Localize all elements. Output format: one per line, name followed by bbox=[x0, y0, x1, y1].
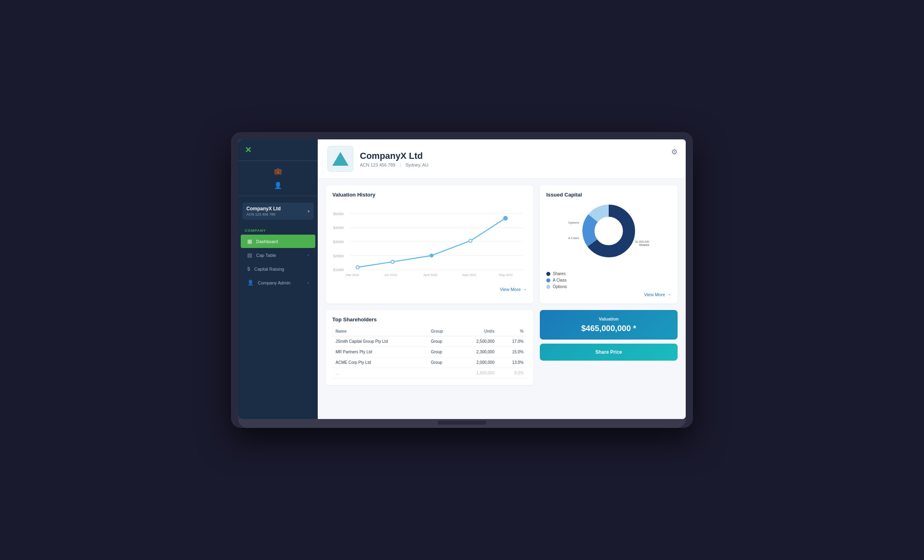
legend-shares: Shares bbox=[546, 271, 671, 276]
sidebar: ✕ 💼 👤 CompanyX Ltd ACN 123 456 789 ▾ COM… bbox=[238, 139, 318, 419]
donut-legend: Shares A Class Options bbox=[546, 271, 671, 289]
arrow-right-icon-2: → bbox=[667, 292, 671, 297]
dashboard-top-row: Valuation History $500M $400M $300M $200… bbox=[326, 185, 678, 304]
sidebar-section-label: COMPANY bbox=[238, 224, 318, 234]
shareholders-title: Top Shareholders bbox=[332, 316, 527, 323]
a-class-label: A Class bbox=[568, 236, 579, 240]
shareholder-units: 2,300,000 bbox=[458, 347, 498, 357]
chevron-down-icon: ▾ bbox=[308, 209, 310, 214]
legend-dot-a-class bbox=[546, 278, 550, 282]
share-price-widget-label: Share Price bbox=[546, 349, 671, 355]
sidebar-item-label: Capital Raising bbox=[254, 267, 284, 271]
valuation-widget-amount: $465,000,000 * bbox=[546, 324, 671, 333]
legend-label-options: Options bbox=[553, 284, 567, 289]
company-selector-name: CompanyX Ltd bbox=[246, 206, 281, 212]
col-group: Group bbox=[428, 327, 458, 336]
company-name-heading: CompanyX Ltd bbox=[360, 151, 428, 161]
laptop-base bbox=[238, 419, 686, 428]
svg-text:Jun 2019: Jun 2019 bbox=[384, 273, 397, 277]
issued-capital-view-more[interactable]: View More → bbox=[546, 292, 671, 297]
shares-value-label: 31,000,000 Shares bbox=[635, 240, 649, 247]
col-percent: % bbox=[498, 327, 527, 336]
svg-point-23 bbox=[597, 220, 620, 242]
shareholder-group: Group bbox=[428, 347, 458, 357]
valuation-chart-area: $500M $400M $300M $200M $100M bbox=[332, 203, 527, 284]
shareholders-table-body: JSmith Capital Group Pty Ltd Group 2,500… bbox=[332, 336, 527, 378]
shareholder-units: 1,800,000 bbox=[458, 368, 498, 378]
legend-label-a-class: A Class bbox=[553, 278, 567, 282]
shareholder-group: Group bbox=[428, 357, 458, 368]
issued-capital-card: Issued Capital Options A Class bbox=[540, 185, 678, 304]
valuation-widget-label: Valuation bbox=[546, 316, 671, 321]
shareholders-card: Top Shareholders Name Group Units % bbox=[326, 310, 533, 385]
dashboard-bottom-row: Top Shareholders Name Group Units % bbox=[326, 310, 678, 385]
svg-text:Mar 2018: Mar 2018 bbox=[346, 273, 359, 277]
sidebar-item-capital-raising[interactable]: $ Capital Raising bbox=[241, 262, 315, 276]
shareholder-units: 2,000,000 bbox=[458, 357, 498, 368]
table-row: JSmith Capital Group Pty Ltd Group 2,500… bbox=[332, 336, 527, 347]
col-units: Units bbox=[458, 327, 498, 336]
shareholders-table-header: Name Group Units % bbox=[332, 327, 527, 336]
company-logo-triangle bbox=[332, 152, 349, 166]
dashboard-body: Valuation History $500M $400M $300M $200… bbox=[318, 179, 686, 419]
company-info: CompanyX Ltd ACN 123 456 789 | Sydney, A… bbox=[360, 151, 428, 167]
valuation-history-view-more[interactable]: View More → bbox=[332, 287, 527, 292]
company-selector-acn: ACN 123 456 789 bbox=[246, 212, 281, 216]
shareholder-group: Group bbox=[428, 336, 458, 347]
valuation-history-card: Valuation History $500M $400M $300M $200… bbox=[326, 185, 533, 304]
app-logo-icon: ✕ bbox=[245, 145, 252, 155]
svg-text:$400M: $400M bbox=[333, 226, 344, 230]
sidebar-item-company-admin[interactable]: 👤 Company Admin › bbox=[241, 276, 315, 289]
svg-point-12 bbox=[430, 254, 433, 257]
legend-options: Options bbox=[546, 284, 671, 289]
sidebar-item-label: Dashboard bbox=[256, 239, 278, 244]
share-price-widget[interactable]: Share Price bbox=[540, 344, 678, 361]
chevron-right-icon: › bbox=[308, 253, 309, 257]
donut-chart-area: Options A Class bbox=[568, 203, 649, 267]
sidebar-item-label: Company Admin bbox=[258, 280, 291, 285]
settings-gear-icon[interactable]: ⚙ bbox=[671, 147, 678, 156]
shareholders-table: Name Group Units % JSmith Capital Group … bbox=[332, 327, 527, 378]
legend-dot-shares bbox=[546, 272, 550, 276]
shareholder-name: JSmith Capital Group Pty Ltd bbox=[332, 336, 428, 347]
valuation-history-title: Valuation History bbox=[332, 192, 527, 198]
company-header: CompanyX Ltd ACN 123 456 789 | Sydney, A… bbox=[318, 139, 686, 179]
svg-text:$300M: $300M bbox=[333, 240, 344, 244]
col-name: Name bbox=[332, 327, 428, 336]
svg-text:$100M: $100M bbox=[333, 268, 344, 272]
shareholder-name: MR Partners Pty Ltd bbox=[332, 347, 428, 357]
legend-dot-options bbox=[546, 285, 550, 289]
main-content: CompanyX Ltd ACN 123 456 789 | Sydney, A… bbox=[318, 139, 686, 419]
chevron-right-icon: › bbox=[308, 281, 309, 285]
briefcase-icon[interactable]: 💼 bbox=[274, 167, 282, 175]
shareholder-name: ... bbox=[332, 368, 428, 378]
sidebar-logo: ✕ bbox=[238, 139, 318, 161]
shareholder-percent: 17.0% bbox=[498, 336, 527, 347]
svg-text:$200M: $200M bbox=[333, 254, 344, 258]
shareholder-name: ACME Corp Pty Ltd bbox=[332, 357, 428, 368]
sidebar-nav: ▦ Dashboard ▤ Cap Table › $ Capital Rais… bbox=[238, 234, 318, 419]
table-row: ... 1,800,000 9.0% bbox=[332, 368, 527, 378]
company-selector[interactable]: CompanyX Ltd ACN 123 456 789 ▾ bbox=[242, 203, 314, 220]
donut-container: Options A Class bbox=[546, 203, 671, 289]
shareholder-percent: 9.0% bbox=[498, 368, 527, 378]
legend-label-shares: Shares bbox=[553, 271, 566, 276]
sidebar-item-dashboard[interactable]: ▦ Dashboard bbox=[241, 235, 315, 248]
svg-point-11 bbox=[391, 260, 394, 263]
svg-point-10 bbox=[356, 266, 359, 269]
arrow-right-icon: → bbox=[522, 287, 527, 292]
person-icon[interactable]: 👤 bbox=[274, 182, 282, 189]
valuation-chart-svg: $500M $400M $300M $200M $100M bbox=[332, 203, 527, 284]
laptop-frame: ✕ 💼 👤 CompanyX Ltd ACN 123 456 789 ▾ COM… bbox=[231, 132, 693, 428]
valuation-widget[interactable]: Valuation $465,000,000 * bbox=[540, 310, 678, 340]
svg-point-13 bbox=[469, 239, 472, 242]
legend-a-class: A Class bbox=[546, 278, 671, 282]
shareholder-units: 2,500,000 bbox=[458, 336, 498, 347]
svg-text:May 2022: May 2022 bbox=[499, 273, 513, 277]
table-row: ACME Corp Pty Ltd Group 2,000,000 13.0% bbox=[332, 357, 527, 368]
shareholder-percent: 13.0% bbox=[498, 357, 527, 368]
sidebar-item-cap-table[interactable]: ▤ Cap Table › bbox=[241, 248, 315, 262]
cap-table-icon: ▤ bbox=[247, 252, 252, 258]
company-details: ACN 123 456 789 | Sydney, AU bbox=[360, 162, 428, 167]
laptop-screen: ✕ 💼 👤 CompanyX Ltd ACN 123 456 789 ▾ COM… bbox=[238, 139, 686, 419]
